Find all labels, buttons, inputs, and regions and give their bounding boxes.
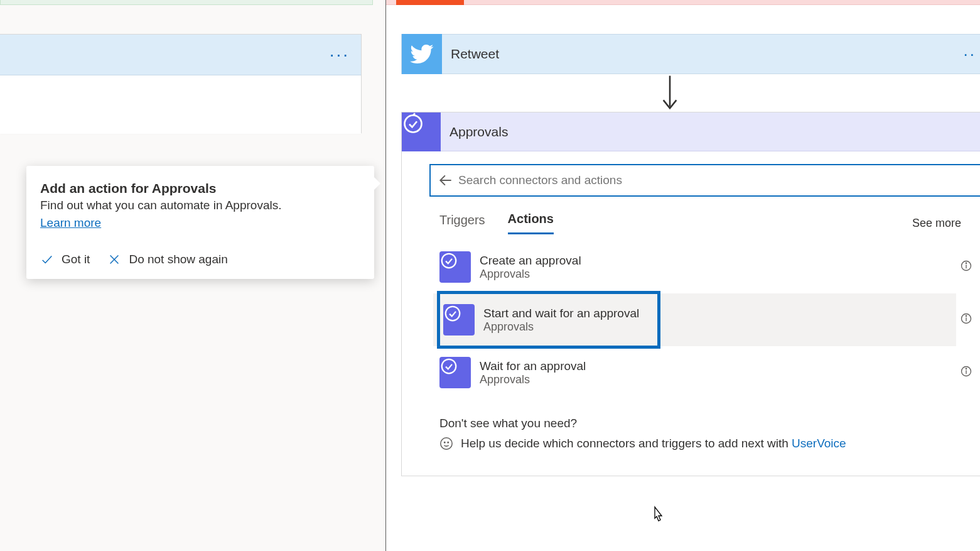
tab-triggers[interactable]: Triggers xyxy=(439,213,485,234)
callout-subtitle: Find out what you can automate in Approv… xyxy=(40,199,360,212)
svg-point-5 xyxy=(442,254,456,268)
svg-point-18 xyxy=(444,442,445,442)
do-not-show-label: Do not show again xyxy=(129,253,227,266)
smile-icon xyxy=(439,437,453,450)
approvals-title: Approvals xyxy=(441,124,508,139)
learn-more-link[interactable]: Learn more xyxy=(40,216,101,229)
do-not-show-button[interactable]: Do not show again xyxy=(107,253,227,266)
teaching-callout: Add an action for Approvals Find out wha… xyxy=(26,166,374,279)
flow-step-card-collapsed[interactable]: ··· xyxy=(0,34,362,133)
action-subtitle: Approvals xyxy=(483,320,639,334)
approvals-icon xyxy=(439,357,471,388)
left-pane: ··· Add an action for Approvals Find out… xyxy=(0,0,385,551)
right-pane: Retweet ·· Approvals Triggers Actions xyxy=(385,0,980,551)
help-prefix: Help us decide which connectors and trig… xyxy=(461,437,792,450)
help-text: Help us decide which connectors and trig… xyxy=(461,437,846,450)
action-text: Wait for an approval Approvals xyxy=(480,359,586,386)
see-more-link[interactable]: See more xyxy=(912,217,961,230)
approvals-icon xyxy=(402,112,441,151)
svg-point-19 xyxy=(448,442,448,442)
action-wait-for-approval[interactable]: Wait for an approval Approvals xyxy=(439,349,972,396)
action-list: Create an approval Approvals Start and w… xyxy=(439,243,980,396)
approvals-header[interactable]: Approvals xyxy=(402,112,980,151)
approvals-icon xyxy=(439,251,471,283)
flow-step-card-header: ··· xyxy=(0,35,361,75)
approvals-icon xyxy=(443,304,475,336)
approvals-selector-card: Approvals Triggers Actions See more xyxy=(401,112,980,476)
left-top-edge xyxy=(0,0,373,5)
search-input[interactable] xyxy=(455,171,974,190)
selector-body: Triggers Actions See more Create an appr… xyxy=(402,151,980,476)
back-button[interactable] xyxy=(437,172,455,189)
top-warning-strip xyxy=(386,0,980,5)
got-it-label: Got it xyxy=(62,253,90,266)
uservoice-link[interactable]: UserVoice xyxy=(792,437,846,450)
svg-point-9 xyxy=(446,307,460,321)
flow-step-card-body xyxy=(0,75,361,134)
twitter-icon xyxy=(402,34,442,74)
arrow-down-icon xyxy=(660,74,680,113)
arrow-left-icon xyxy=(438,172,454,188)
callout-actions: Got it Do not show again xyxy=(40,253,360,266)
accent-bar xyxy=(396,0,464,5)
action-text: Start and wait for an approval Approvals xyxy=(483,307,639,334)
action-title: Create an approval xyxy=(480,254,581,268)
action-subtitle: Approvals xyxy=(480,268,581,281)
svg-point-17 xyxy=(441,438,452,449)
info-icon[interactable] xyxy=(960,312,972,325)
dont-see-title: Don't see what you need? xyxy=(439,417,980,430)
cursor-icon xyxy=(650,506,665,525)
action-title: Wait for an approval xyxy=(480,359,586,373)
callout-title: Add an action for Approvals xyxy=(40,181,360,196)
action-start-and-wait[interactable]: Start and wait for an approval Approvals xyxy=(439,293,658,346)
action-subtitle: Approvals xyxy=(480,373,586,386)
more-icon[interactable]: ··· xyxy=(330,46,350,63)
more-icon[interactable]: ·· xyxy=(964,45,976,64)
svg-point-12 xyxy=(966,315,966,316)
got-it-button[interactable]: Got it xyxy=(40,253,90,266)
action-text: Create an approval Approvals xyxy=(480,254,581,281)
action-row: Start and wait for an approval Approvals xyxy=(439,293,980,346)
svg-point-3 xyxy=(405,115,422,132)
action-create-approval[interactable]: Create an approval Approvals xyxy=(439,243,972,291)
retweet-title: Retweet xyxy=(442,46,499,62)
search-row xyxy=(429,164,980,197)
dont-see-row: Help us decide which connectors and trig… xyxy=(439,437,980,450)
tab-actions[interactable]: Actions xyxy=(508,212,554,234)
flow-step-retweet[interactable]: Retweet ·· xyxy=(401,34,980,74)
svg-point-13 xyxy=(442,359,456,374)
action-title: Start and wait for an approval xyxy=(483,307,639,320)
close-icon xyxy=(107,253,121,266)
check-icon xyxy=(40,253,54,266)
tabs-row: Triggers Actions See more xyxy=(439,212,980,234)
dont-see-section: Don't see what you need? Help us decide … xyxy=(439,417,980,450)
action-row: Wait for an approval Approvals xyxy=(439,349,980,396)
action-row: Create an approval Approvals xyxy=(439,243,980,291)
